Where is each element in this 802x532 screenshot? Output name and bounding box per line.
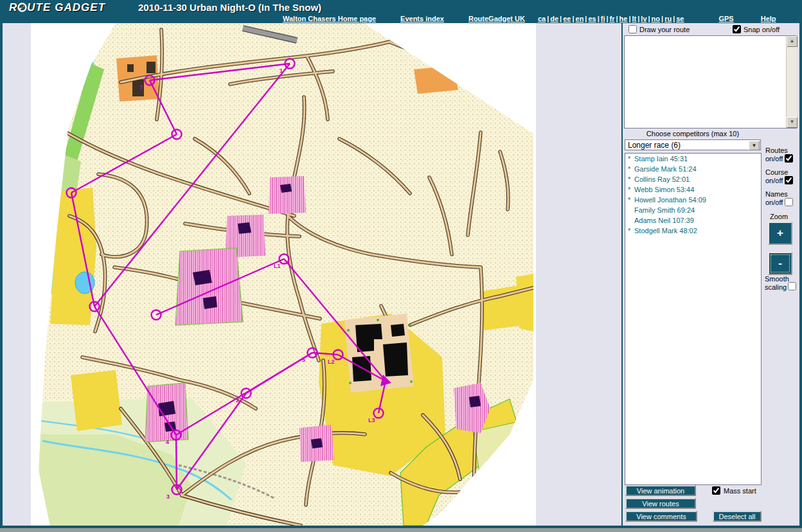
competitor-name-time: Adams Neil 107:39 (634, 217, 694, 224)
nav-link-2[interactable]: RouteGadget UK (468, 15, 525, 22)
route-draw-box[interactable]: ▲ ▼ (624, 35, 797, 129)
view-routes-button[interactable]: View routes (625, 498, 696, 509)
zoom-label: Zoom (765, 213, 792, 220)
view-animation-button[interactable]: View animation (625, 485, 696, 496)
nav-links: Walton Chasers Home pageEvents indexRout… (283, 15, 525, 22)
separator: | (572, 15, 574, 22)
nav-row: Walton Chasers Home pageEvents indexRout… (0, 13, 799, 23)
lang-link-es[interactable]: es (588, 15, 596, 22)
toggle-label-2: on/off (765, 177, 783, 184)
competitor-item[interactable]: *Collins Ray 52:01 (625, 174, 761, 184)
nav-link-0[interactable]: Walton Chasers Home page (283, 15, 376, 22)
lang-link-ee[interactable]: ee (563, 15, 571, 22)
competitor-item[interactable]: *Webb Simon 53:44 (625, 184, 761, 195)
competitor-item[interactable]: Family Smith 69:24 (625, 205, 761, 215)
selected-marker: * (628, 226, 634, 236)
lang-link-fi[interactable]: fi (601, 15, 605, 22)
lang-link-no[interactable]: no (652, 15, 660, 22)
separator: | (547, 15, 549, 22)
competitor-name-time: Stamp Iain 45:31 (634, 155, 688, 163)
layer-toggles: Routeson/offCourseon/offNameson/off (765, 146, 801, 212)
mass-start-row: Mass start (712, 486, 756, 495)
competitor-name-time: Collins Ray 52:01 (634, 175, 690, 183)
mass-start-label: Mass start (724, 487, 756, 495)
smooth-scaling: Smooth scaling (765, 276, 796, 290)
separator: | (616, 15, 618, 22)
snap-label: Snap on/off (744, 26, 780, 33)
separator: | (637, 15, 639, 22)
separator: | (628, 15, 630, 22)
chevron-down-icon[interactable]: ▼ (749, 141, 760, 150)
separator: | (661, 15, 663, 22)
control-label: 1 (280, 67, 283, 74)
competitor-item[interactable]: *Garside Mark 51:24 (625, 164, 761, 174)
course-dropdown-value: Longer race (6) (628, 141, 681, 150)
lang-link-en[interactable]: en (576, 15, 584, 22)
selected-marker: * (628, 154, 634, 164)
control-label: 7 (139, 84, 143, 91)
control-label: L2 (328, 359, 335, 365)
view-comments-button[interactable]: View comments (625, 511, 697, 522)
language-links: ca|de|ee|en|es|fi|fr|he|lt|lv|no|ru|se (538, 15, 684, 22)
lang-link-ca[interactable]: ca (538, 15, 546, 22)
lang-link-ru[interactable]: ru (664, 15, 672, 22)
selected-marker: * (628, 164, 634, 174)
lang-link-se[interactable]: se (676, 15, 684, 22)
toggle-routes: Routeson/off (765, 146, 801, 163)
deselect-all-button[interactable]: Deselect all (713, 511, 762, 522)
scrollbar[interactable]: ▲ ▼ (786, 36, 797, 128)
lang-link-lt[interactable]: lt (632, 15, 637, 22)
zoom-in-button[interactable]: + (768, 222, 792, 245)
smooth-label-line1: Smooth (765, 275, 789, 283)
control-label: L1 (274, 263, 281, 269)
competitor-list[interactable]: *Stamp Iain 45:31*Garside Mark 51:24*Col… (625, 153, 762, 485)
control-label: 5 (302, 357, 305, 363)
separator: | (560, 15, 562, 22)
control-label: L3 (368, 417, 375, 423)
help-link[interactable]: Help (761, 15, 776, 22)
zoom-out-button[interactable]: - (768, 252, 792, 275)
page-title: 2010-11-30 Urban Night-O (In The Snow) (138, 2, 321, 13)
draw-route-checkbox[interactable] (628, 25, 637, 33)
gps-link[interactable]: GPS (718, 15, 733, 22)
smooth-label-line2: scaling (765, 285, 787, 290)
control-label: 2 (236, 397, 239, 403)
competitor-name-time: Howell Jonathan 54:09 (634, 196, 706, 204)
smooth-scaling-checkbox[interactable] (788, 282, 796, 290)
separator: | (648, 15, 650, 22)
separator: | (607, 15, 609, 22)
routes-onoff-checkbox[interactable] (785, 154, 793, 163)
nav-link-1[interactable]: Events index (400, 15, 444, 22)
scroll-up-icon[interactable]: ▲ (787, 36, 798, 47)
lang-link-he[interactable]: he (619, 15, 628, 22)
control-label: 3 (166, 493, 170, 500)
competitor-name-time: Stodgell Mark 48:02 (634, 227, 697, 235)
competitor-item[interactable]: *Howell Jonathan 54:09 (625, 195, 761, 205)
map-area[interactable]: 17L15L2L3423 (31, 23, 536, 526)
toggle-label: Routes (765, 146, 801, 154)
course-onoff-checkbox[interactable] (785, 176, 793, 184)
mass-start-checkbox[interactable] (712, 486, 720, 495)
lang-link-fr[interactable]: fr (610, 15, 615, 22)
header-bar: RUTEGADGET 2010-11-30 Urban Night-O (In … (0, 0, 802, 23)
competitor-item[interactable]: *Stamp Iain 45:31 (625, 154, 761, 164)
lang-link-lv[interactable]: lv (641, 15, 646, 22)
draw-route-label: Draw your route (639, 26, 690, 33)
selected-marker: * (628, 195, 634, 205)
competitor-item[interactable]: *Stodgell Mark 48:02 (625, 226, 761, 236)
toggle-label-2: on/off (765, 199, 783, 206)
competitor-item[interactable]: Adams Neil 107:39 (625, 215, 761, 226)
lang-link-de[interactable]: de (550, 15, 558, 22)
course-dropdown[interactable]: Longer race (6) ▼ (625, 139, 761, 150)
separator: | (673, 15, 675, 22)
toggle-label-2: on/off (765, 155, 783, 163)
toggle-course: Courseon/off (765, 168, 801, 184)
competitor-name-time: Family Smith 69:24 (634, 206, 695, 214)
compass-o-icon (17, 3, 27, 12)
names-onoff-checkbox[interactable] (785, 198, 793, 206)
snap-checkbox[interactable] (733, 25, 741, 33)
window-frame-bottom (0, 526, 802, 532)
scroll-down-icon[interactable]: ▼ (787, 117, 798, 128)
toggle-label: Names (765, 190, 801, 198)
selected-marker: * (628, 174, 634, 184)
